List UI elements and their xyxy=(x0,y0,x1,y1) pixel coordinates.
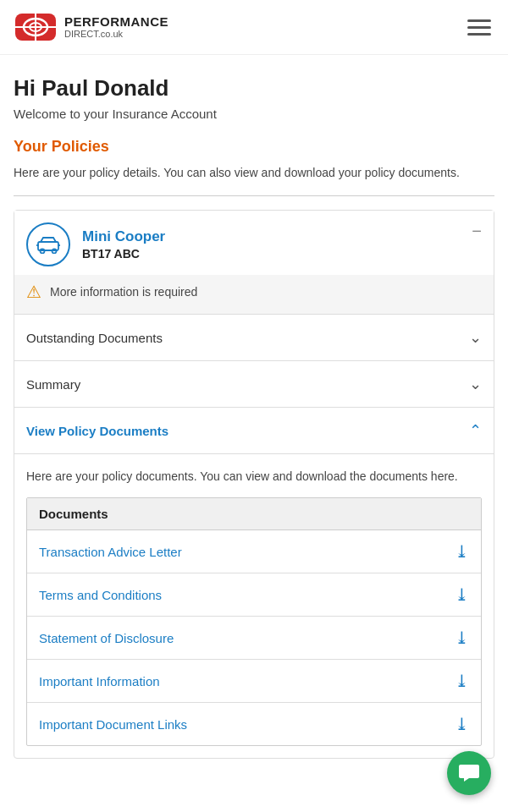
hamburger-menu-button[interactable] xyxy=(464,16,494,39)
warning-message: More information is required xyxy=(50,285,197,299)
your-policies-title: Your Policies xyxy=(14,138,494,156)
doc-transaction-label: Transaction Advice Letter xyxy=(39,545,182,559)
download-disclosure-icon[interactable]: ⤓ xyxy=(455,628,469,648)
view-policy-description: Here are your policy documents. You can … xyxy=(14,454,494,497)
policy-car-name: Mini Cooper xyxy=(82,228,482,245)
policy-registration: BT17 ABC xyxy=(82,247,482,261)
svg-point-6 xyxy=(41,250,45,254)
logo-icon xyxy=(14,10,58,44)
doc-row-document-links[interactable]: Important Document Links ⤓ xyxy=(27,703,481,745)
logo-text: PERFORMANCE DIRECT.co.uk xyxy=(64,15,168,40)
car-icon xyxy=(36,235,61,254)
policy-description: Here are your policy details. You can al… xyxy=(14,164,494,182)
logo: PERFORMANCE DIRECT.co.uk xyxy=(14,10,168,44)
summary-accordion[interactable]: Summary ⌄ xyxy=(14,360,494,407)
logo-sub: DIRECT.co.uk xyxy=(64,29,168,39)
download-transaction-icon[interactable]: ⤓ xyxy=(455,541,469,562)
warning-icon: ⚠ xyxy=(26,282,41,302)
policy-card: Mini Cooper BT17 ABC − ⚠ More informatio… xyxy=(14,210,494,759)
summary-label: Summary xyxy=(26,377,80,392)
welcome-text: Welcome to your Insurance Account xyxy=(14,107,494,121)
hamburger-line-1 xyxy=(467,19,491,22)
download-document-links-icon[interactable]: ⤓ xyxy=(455,714,469,734)
logo-main: PERFORMANCE xyxy=(64,15,168,30)
greeting-heading: Hi Paul Donald xyxy=(14,75,494,102)
doc-row-important-info[interactable]: Important Information ⤓ xyxy=(27,660,481,703)
car-icon-circle xyxy=(26,222,70,266)
view-policy-documents-accordion[interactable]: View Policy Documents ⌃ xyxy=(14,407,494,453)
hamburger-line-3 xyxy=(467,33,491,36)
doc-important-info-label: Important Information xyxy=(39,674,160,689)
view-policy-chevron-icon: ⌃ xyxy=(469,421,482,440)
doc-row-transaction[interactable]: Transaction Advice Letter ⤓ xyxy=(27,530,481,573)
outstanding-docs-chevron-icon: ⌄ xyxy=(469,328,482,347)
chat-icon xyxy=(457,761,481,772)
svg-point-7 xyxy=(52,250,57,254)
download-terms-icon[interactable]: ⤓ xyxy=(455,584,469,605)
doc-row-disclosure[interactable]: Statement of Disclosure ⤓ xyxy=(27,617,481,660)
download-important-info-icon[interactable]: ⤓ xyxy=(455,671,469,691)
summary-chevron-icon: ⌄ xyxy=(469,375,482,393)
policy-card-header: Mini Cooper BT17 ABC − xyxy=(14,211,494,275)
doc-disclosure-label: Statement of Disclosure xyxy=(39,631,174,645)
documents-table-header: Documents xyxy=(27,498,481,530)
main-content: Hi Paul Donald Welcome to your Insurance… xyxy=(0,55,508,772)
policy-info: Mini Cooper BT17 ABC xyxy=(82,228,482,261)
header: PERFORMANCE DIRECT.co.uk xyxy=(0,0,508,55)
divider xyxy=(14,195,494,196)
warning-row: ⚠ More information is required xyxy=(14,275,494,314)
hamburger-line-2 xyxy=(467,26,491,29)
doc-terms-label: Terms and Conditions xyxy=(39,588,162,602)
documents-table: Documents Transaction Advice Letter ⤓ Te… xyxy=(26,497,482,746)
view-policy-documents-expanded: Here are your policy documents. You can … xyxy=(14,453,494,746)
doc-document-links-label: Important Document Links xyxy=(39,717,187,732)
outstanding-documents-label: Outstanding Documents xyxy=(26,331,163,345)
view-policy-documents-label: View Policy Documents xyxy=(26,424,168,438)
doc-row-terms[interactable]: Terms and Conditions ⤓ xyxy=(27,573,481,617)
outstanding-documents-accordion[interactable]: Outstanding Documents ⌄ xyxy=(14,314,494,360)
policy-collapse-button[interactable]: − xyxy=(472,222,482,239)
